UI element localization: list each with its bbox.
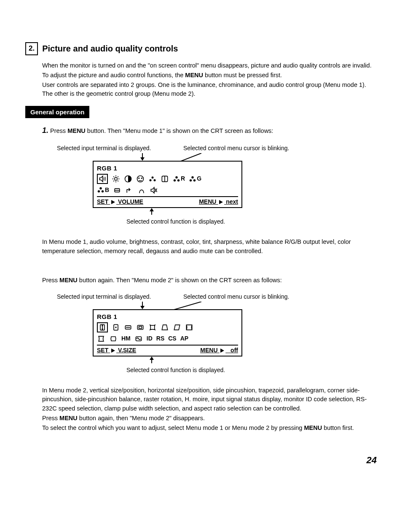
- corner-pin-icon: [185, 323, 193, 332]
- moire-icon: [134, 334, 143, 343]
- svg-line-2: [158, 153, 201, 161]
- svg-point-44: [115, 327, 116, 328]
- osd2-screen-wrap: RGB 1 HM ID RS CS AP SET V.SIZE MENU off: [93, 302, 377, 363]
- general-operation-header: General operation: [25, 106, 89, 119]
- hmoire-label: HM: [121, 334, 131, 343]
- vpos-icon: [112, 323, 120, 332]
- wb-b-icon: B: [97, 186, 109, 194]
- trapezoid-icon: [161, 323, 169, 332]
- osd1-top-callouts: Selected input terminal is displayed. Se…: [57, 144, 377, 152]
- callout-input-terminal-2: Selected input terminal is displayed.: [57, 292, 171, 301]
- svg-point-18: [154, 179, 156, 181]
- osd2-bottom-callout: Selected control function is displayed.: [126, 366, 377, 374]
- section-number-box: 2.: [25, 42, 38, 55]
- svg-point-16: [150, 179, 152, 181]
- pinbalance-icon: [97, 334, 105, 343]
- section-header: 2. Picture and audio quality controls: [25, 42, 377, 55]
- osd2-top-callouts: Selected input terminal is displayed. Se…: [57, 292, 377, 301]
- hpos-icon: [136, 323, 145, 332]
- svg-point-28: [99, 187, 102, 189]
- mute-icon: [150, 186, 158, 194]
- svg-line-8: [113, 176, 114, 177]
- svg-point-15: [141, 178, 142, 179]
- rs-label: RS: [156, 334, 164, 343]
- osd1-screen-wrap: RGB 1 R G B SET VOLUME MENU next: [93, 153, 377, 215]
- osd1-screen: RGB 1 R G B SET VOLUME MENU next: [93, 161, 242, 208]
- svg-point-3: [115, 178, 118, 181]
- svg-point-27: [98, 190, 100, 192]
- osd1-input-label: RGB 1: [97, 164, 238, 173]
- svg-point-14: [138, 178, 139, 179]
- osd2-footer: SET V.SIZE MENU off: [97, 345, 238, 354]
- osd1-bottom-callout: Selected control function is displayed.: [126, 217, 377, 226]
- callout-cursor-blinking-2: Selected control menu cursor is blinking…: [183, 292, 289, 301]
- svg-marker-37: [140, 306, 145, 309]
- callout-input-terminal: Selected input terminal is displayed.: [57, 144, 171, 152]
- hsize-icon: [124, 323, 132, 332]
- cs-label: CS: [168, 334, 176, 343]
- svg-point-25: [191, 176, 193, 178]
- svg-point-24: [190, 179, 192, 181]
- brightness-icon: [112, 174, 120, 183]
- page-number: 24: [25, 454, 377, 467]
- svg-rect-48: [139, 327, 142, 329]
- svg-line-9: [118, 181, 118, 181]
- osd2-icon-row1: [97, 322, 238, 332]
- colortemp-icon: [113, 186, 121, 194]
- step-2: Press MENU button again. Then "Menu mode…: [42, 276, 377, 285]
- contrast-icon: [124, 174, 132, 183]
- recall-icon: [125, 186, 134, 194]
- svg-rect-47: [137, 325, 143, 329]
- osd2-icon-row2: HM ID RS CS AP: [97, 334, 238, 343]
- svg-marker-1: [140, 157, 145, 161]
- osd1-icon-row2: B: [97, 186, 238, 194]
- svg-point-26: [193, 179, 196, 181]
- intro-p2: To adjust the picture and audio control …: [42, 71, 377, 80]
- wb-g-icon: G: [189, 174, 201, 183]
- volume-icon: [97, 174, 108, 184]
- ap-label: AP: [180, 334, 188, 343]
- mode1-description: In Menu mode 1, audio volume, brightness…: [42, 238, 377, 255]
- tint-icon: [148, 174, 157, 183]
- parallelogram-icon: [173, 323, 181, 332]
- rotation-icon: [109, 334, 118, 343]
- color-icon: [136, 174, 145, 183]
- vsize-icon: [97, 322, 108, 332]
- osd2-screen: RGB 1 HM ID RS CS AP SET V.SIZE MENU off: [93, 309, 242, 356]
- intro-paragraphs: When the monitor is turned on and the "o…: [42, 61, 377, 98]
- osd2-menu: MENU off: [200, 346, 238, 354]
- svg-point-29: [102, 190, 104, 192]
- svg-line-38: [135, 302, 201, 309]
- svg-line-11: [118, 176, 118, 177]
- osd1-set: SET VOLUME: [97, 197, 143, 206]
- callout-cursor-blinking: Selected control menu cursor is blinking…: [183, 144, 289, 152]
- svg-line-10: [113, 181, 114, 181]
- pincushion-icon: [148, 323, 157, 332]
- step-1: 1. Press MENU button. Then "Menu mode 1"…: [42, 125, 377, 136]
- svg-point-21: [174, 179, 176, 181]
- section-title: Picture and audio quality controls: [42, 43, 178, 55]
- degauss-icon: [137, 186, 146, 194]
- osd2-set: SET V.SIZE: [97, 346, 136, 354]
- sharpness-icon: [161, 174, 169, 183]
- svg-point-22: [175, 176, 177, 178]
- osd1-icon-row1: R G: [97, 174, 238, 184]
- osd2-input-label: RGB 1: [97, 312, 238, 321]
- intro-p1: When the monitor is turned on and the "o…: [42, 61, 377, 70]
- osd1-menu: MENU next: [199, 197, 238, 206]
- intro-p3: User controls are separated into 2 group…: [42, 81, 377, 98]
- svg-point-17: [152, 176, 154, 178]
- mode2-description: In Menu mode 2, vertical size/position, …: [42, 386, 377, 432]
- wb-r-icon: R: [173, 174, 185, 183]
- svg-point-23: [177, 179, 180, 181]
- id-label: ID: [147, 334, 153, 343]
- osd1-footer: SET VOLUME MENU next: [97, 196, 238, 206]
